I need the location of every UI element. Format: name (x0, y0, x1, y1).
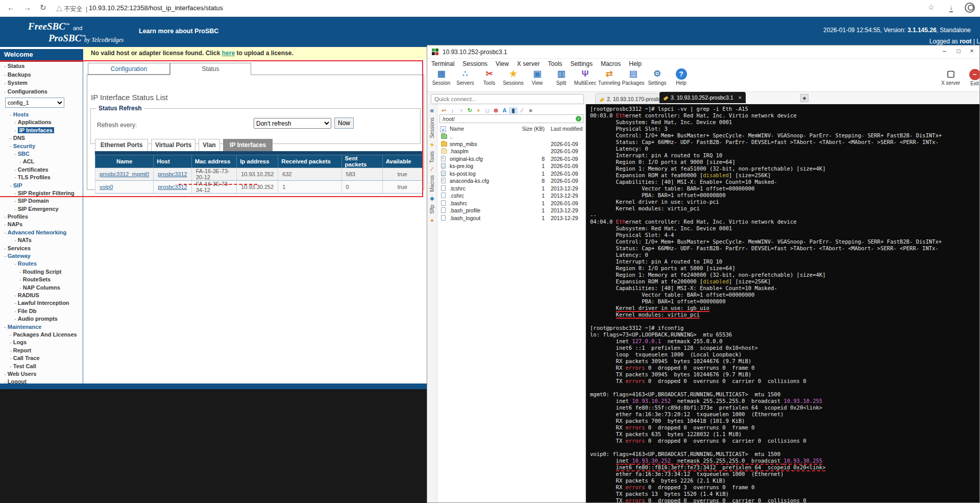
table-link-prosbc3312-mgmt0[interactable]: prosbc3312_mgmt0 (95, 168, 154, 181)
sidebar-item-lawful-interception[interactable]: Lawful Interception (0, 299, 83, 307)
menu-tools[interactable]: Tools (544, 60, 567, 68)
sidebar-item-routesets[interactable]: RouteSets (0, 276, 83, 283)
table-link-prosbc3312[interactable]: prosbc3312 (154, 168, 192, 181)
new-folder-icon[interactable]: + (474, 107, 483, 113)
sidebar-item-gateway[interactable]: Gateway (0, 252, 83, 260)
download-icon[interactable]: ↓ (448, 107, 457, 113)
toolbar-help-button[interactable]: ?Help (669, 67, 693, 91)
sidebar-item-call-trace[interactable]: Call Trace (0, 354, 83, 362)
terminal-view-icon[interactable]: ▮ (509, 107, 518, 114)
file-row-anaconda-ks-cfg[interactable]: anaconda-ks.cfg82026-01-09 (437, 178, 585, 185)
sidebar-item-system[interactable]: System (0, 79, 83, 87)
sidebar-item-radius[interactable]: RADIUS (0, 292, 83, 299)
toolbar-split-button[interactable]: ▥Split (549, 67, 573, 91)
delete-icon[interactable]: ⊗ (492, 107, 500, 114)
menu-terminal[interactable]: Terminal (427, 60, 458, 68)
file-row-[interactable]: .. (437, 133, 585, 141)
side-tab-sessions[interactable]: Sessions (429, 117, 435, 138)
toolbar-multiexec-button[interactable]: ΨMultiExec (573, 67, 597, 91)
mobaxterm-titlebar[interactable]: 10.93.10.252-prosbc3.1 – □ × (427, 45, 979, 59)
side-strip-icon[interactable]: ● (427, 217, 437, 223)
refresh-now-button[interactable]: Now (334, 117, 354, 129)
upload-icon[interactable]: ↑ (457, 107, 465, 113)
sftp-path-input[interactable] (439, 114, 583, 123)
toolbar-view-button[interactable]: ▣View (525, 67, 549, 91)
file-row-snmp-mibs[interactable]: snmp_mibs2026-01-09 (437, 141, 585, 149)
menu-help[interactable]: Help (625, 60, 646, 68)
menu-view[interactable]: View (492, 60, 513, 68)
config-select[interactable]: config_1 (5, 98, 64, 108)
sidebar-item-ip-interfaces[interactable]: IP Interfaces (0, 127, 83, 134)
table-link-prosbc3312[interactable]: prosbc3312 (154, 181, 192, 194)
refresh-icon[interactable]: ↻ (465, 107, 474, 114)
sidebar-item-report[interactable]: Report (0, 347, 83, 354)
side-strip-icon[interactable]: ∕ (427, 166, 437, 172)
toolbar-packages-button[interactable]: ▤Packages (621, 67, 645, 91)
stop-icon[interactable]: ■ (526, 107, 535, 113)
sidebar-item-packages-and-licenses[interactable]: Packages And Licenses (0, 331, 83, 339)
parent-dir-icon[interactable]: ↩ (439, 107, 448, 114)
sidebar-item-applications[interactable]: Applications (0, 118, 83, 126)
file-row-original-ks-cfg[interactable]: original-ks.cfg82026-01-09 (437, 156, 585, 163)
terminal-screen[interactable]: [root@prosbc3312 ~]# lspci -vv | grep -i… (586, 104, 980, 503)
toolbar-settings-button[interactable]: ⚙Settings (645, 67, 669, 91)
subtab-vlan[interactable]: Vlan (199, 139, 220, 151)
sidebar-item-security[interactable]: Security (0, 142, 83, 150)
subtab-ethernet-ports[interactable]: Ethernet Ports (95, 139, 148, 151)
sidebar-item-tls-profiles[interactable]: TLS Profiles (0, 174, 83, 181)
sidebar-item-logout[interactable]: Logout (0, 378, 83, 384)
sidebar-item-file-db[interactable]: File Db (0, 307, 83, 315)
minimize-button[interactable]: – (938, 47, 951, 57)
encoding-icon[interactable]: A (500, 107, 509, 113)
terminal-tab-2[interactable]: 3. 10.93.10.252-prosbc3.1× (659, 92, 746, 103)
sidebar-item-backups[interactable]: Backups (0, 70, 83, 79)
profile-avatar-icon[interactable] (965, 3, 975, 13)
sidebar-item-audio-prompts[interactable]: Audio prompts (0, 315, 83, 323)
sidebar-item-services[interactable]: Services (0, 245, 83, 252)
sort-icon[interactable]: ▲ (440, 126, 446, 132)
toolbar-exit-button[interactable]: −Exit (963, 68, 980, 91)
file-row-cshrc[interactable]: .cshrc12013-12-29 (437, 193, 585, 200)
sidebar-item-routing-script[interactable]: Routing Script (0, 268, 83, 276)
toolbar-session-button[interactable]: ▦Session (429, 67, 453, 91)
toolbar-servers-button[interactable]: ∴Servers (453, 67, 477, 91)
bookmark-star-icon[interactable]: ☆ (928, 3, 935, 11)
sidebar-item-sip-domain[interactable]: SIP Domain (0, 197, 83, 205)
column-modified[interactable]: Last modified (551, 126, 582, 132)
sidebar-item-sbc[interactable]: SBC (0, 150, 83, 158)
upload-license-link[interactable]: here (222, 50, 235, 57)
downloads-icon[interactable]: ↓ (949, 3, 953, 12)
subtab-ip-interfaces[interactable]: IP Interfaces (223, 139, 273, 151)
sidebar-item-advanced-networking[interactable]: Advanced Networking (0, 229, 83, 236)
maximize-button[interactable]: □ (952, 47, 965, 57)
url-bar[interactable]: 10.93.10.252:12358/host_ip_interfaces/st… (89, 4, 223, 12)
side-tab-macros[interactable]: Macros (429, 175, 435, 192)
side-tab-sftp[interactable]: Sftp (429, 205, 435, 214)
subtab-virtual-ports[interactable]: Virtual Ports (151, 139, 195, 151)
toolbar-sessions-button[interactable]: ★Sessions (501, 67, 525, 91)
close-tab-icon[interactable]: × (739, 94, 742, 101)
sidebar-item-maintenance[interactable]: Maintenance (0, 323, 83, 331)
side-strip-icon[interactable]: ★ (427, 141, 437, 148)
sidebar-item-configurations[interactable]: Configurations (0, 87, 83, 96)
new-file-icon[interactable]: □ (483, 107, 492, 113)
quick-connect-input[interactable] (431, 94, 584, 104)
column-name[interactable]: Name (450, 126, 464, 132)
sidebar-item-acl[interactable]: ACL (0, 158, 83, 165)
file-row-ks-pre-log[interactable]: ks-pre.log12026-01-09 (437, 163, 585, 171)
side-strip-icon[interactable]: ◆ (427, 195, 437, 202)
sidebar-item-routes[interactable]: Routes (0, 260, 83, 268)
menu-macros[interactable]: Macros (597, 60, 625, 68)
sidebar-item-nap-columns[interactable]: NAP Columns (0, 284, 83, 292)
forward-icon[interactable]: → (23, 3, 31, 12)
file-row-ks-post-log[interactable]: ks-post.log12026-01-09 (437, 171, 585, 178)
detach-tab-button[interactable]: ◆ (800, 94, 808, 102)
sidebar-item-web-users[interactable]: Web Users (0, 370, 83, 378)
tab-configuration[interactable]: Configuration (88, 63, 170, 75)
reload-icon[interactable]: ↻ (40, 3, 46, 12)
security-warning[interactable]: △ 不安全 | (56, 4, 87, 13)
sidebar-item-sip-register-filtering[interactable]: SIP Register Filtering (0, 189, 83, 197)
sidebar-item-sip-emergency[interactable]: SIP Emergency (0, 205, 83, 213)
sidebar-item-test-call[interactable]: Test Call (0, 363, 83, 370)
menu-sessions[interactable]: Sessions (458, 60, 492, 68)
